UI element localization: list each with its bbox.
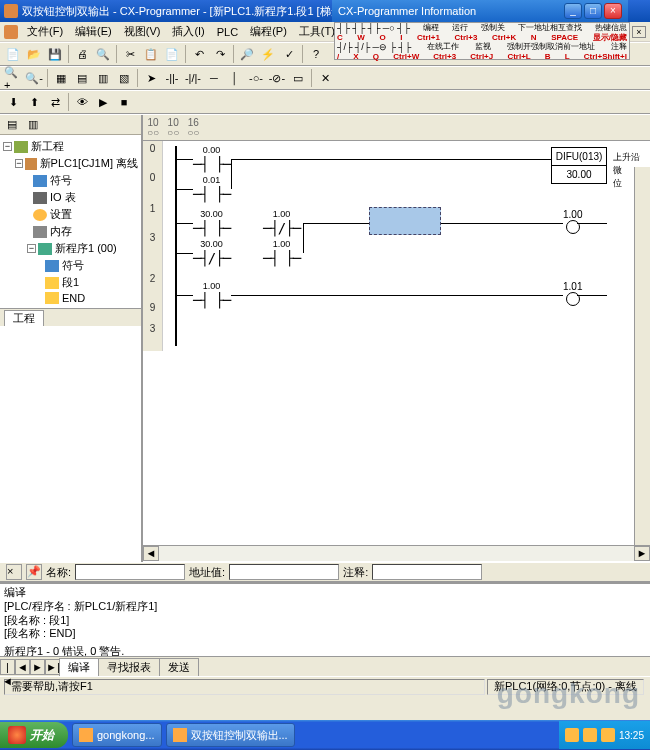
project-tree[interactable]: −新工程 −新PLC1[CJ1M] 离线 符号 IO 表 设置 内存 −新程序1… bbox=[0, 135, 141, 308]
comment-input[interactable] bbox=[372, 564, 482, 580]
coil-not-button[interactable]: -⊘- bbox=[267, 68, 287, 88]
minimize-button[interactable]: _ bbox=[564, 3, 582, 19]
tree-io[interactable]: IO 表 bbox=[50, 190, 76, 205]
menu-plc[interactable]: PLC bbox=[212, 24, 243, 40]
cut-button[interactable]: ✂ bbox=[120, 44, 140, 64]
save-button[interactable]: 💾 bbox=[45, 44, 65, 64]
tree-tab-project[interactable]: 工程 bbox=[4, 310, 44, 326]
tree-symbols[interactable]: 符号 bbox=[50, 173, 72, 188]
menu-tools[interactable]: 工具(T) bbox=[294, 22, 340, 41]
menu-file[interactable]: 文件(F) bbox=[22, 22, 68, 41]
output-tab-next[interactable]: ► bbox=[30, 659, 45, 675]
tray-icon[interactable] bbox=[565, 728, 579, 742]
cursor-button[interactable]: ➤ bbox=[141, 68, 161, 88]
output-content[interactable]: 编译 [PLC/程序名 : 新PLC1/新程序1] [段名称 : 段1] [段名… bbox=[0, 584, 650, 656]
output-tab-find[interactable]: 寻找报表 bbox=[98, 658, 160, 676]
tree-program[interactable]: 新程序1 (00) bbox=[55, 241, 117, 256]
view2-button[interactable]: ▥ bbox=[93, 68, 113, 88]
tree-memory[interactable]: 内存 bbox=[50, 224, 72, 239]
contact-1.00-r2[interactable]: 1.00─┤ ├─ bbox=[193, 281, 230, 308]
contact-1.00-nc-a[interactable]: 1.00─┤/├─ bbox=[263, 209, 300, 236]
compare-button[interactable]: ⇄ bbox=[45, 92, 65, 112]
tree-plc[interactable]: 新PLC1[CJ1M] 离线 bbox=[40, 156, 138, 171]
zoom-out-button[interactable]: 🔍- bbox=[24, 68, 44, 88]
delete-button[interactable]: ✕ bbox=[315, 68, 335, 88]
tree-view2-button[interactable]: ▥ bbox=[24, 117, 42, 133]
rung-0-header[interactable]: 00 bbox=[143, 141, 163, 201]
tree-settings[interactable]: 设置 bbox=[50, 207, 72, 222]
menu-view[interactable]: 视图(V) bbox=[119, 22, 166, 41]
tree-toggle-root[interactable]: − bbox=[3, 142, 12, 151]
coil-1.00[interactable]: 1.00 bbox=[563, 209, 582, 234]
fields-close-button[interactable]: × bbox=[6, 564, 22, 580]
contact-nc-button[interactable]: -|/|- bbox=[183, 68, 203, 88]
output-tab-compile[interactable]: 编译 bbox=[59, 658, 99, 676]
rung-1-header[interactable]: 13 bbox=[143, 201, 163, 271]
contact-30.00-nc[interactable]: 30.00─┤/├─ bbox=[193, 239, 230, 266]
print-button[interactable]: 🖨 bbox=[72, 44, 92, 64]
maximize-button[interactable]: □ bbox=[584, 3, 602, 19]
contact-30.00-a[interactable]: 30.00─┤ ├─ bbox=[193, 209, 230, 236]
fields-pin-button[interactable]: 📌 bbox=[26, 564, 42, 580]
tree-prog-symbols[interactable]: 符号 bbox=[62, 258, 84, 273]
output-tab-transfer[interactable]: 发送 bbox=[159, 658, 199, 676]
rung-3-header[interactable]: 3 bbox=[143, 321, 163, 351]
task-item-2[interactable]: 双按钮控制双输出... bbox=[166, 723, 295, 747]
tree-end[interactable]: END bbox=[62, 292, 85, 304]
grid-button[interactable]: ▦ bbox=[51, 68, 71, 88]
systray[interactable]: 13:25 bbox=[559, 721, 650, 749]
function-button[interactable]: ▭ bbox=[288, 68, 308, 88]
view1-button[interactable]: ▤ bbox=[72, 68, 92, 88]
rung-2-header[interactable]: 29 bbox=[143, 271, 163, 321]
compile-button[interactable]: ✓ bbox=[279, 44, 299, 64]
hline-button[interactable]: ─ bbox=[204, 68, 224, 88]
tray-icon[interactable] bbox=[601, 728, 615, 742]
zoom-in-button[interactable]: 🔍+ bbox=[3, 68, 23, 88]
paste-button[interactable]: 📄 bbox=[162, 44, 182, 64]
stop-button[interactable]: ■ bbox=[114, 92, 134, 112]
coil-1.01[interactable]: 1.01 bbox=[563, 281, 582, 306]
hscroll-right[interactable]: ► bbox=[634, 546, 650, 561]
selection-box[interactable] bbox=[369, 207, 441, 235]
start-button[interactable]: 开始 bbox=[0, 722, 68, 748]
ladder-diagram[interactable]: 00 13 29 3 0.00─┤ ├─ 0.01─┤ ├─ DIFU(013)… bbox=[143, 141, 650, 561]
addr-input[interactable] bbox=[229, 564, 339, 580]
open-button[interactable]: 📂 bbox=[24, 44, 44, 64]
tree-root[interactable]: 新工程 bbox=[31, 139, 64, 154]
vline-button[interactable]: │ bbox=[225, 68, 245, 88]
ladder-vscroll[interactable] bbox=[634, 167, 650, 545]
tree-section[interactable]: 段1 bbox=[62, 275, 79, 290]
preview-button[interactable]: 🔍 bbox=[93, 44, 113, 64]
menu-insert[interactable]: 插入(I) bbox=[167, 22, 209, 41]
new-button[interactable]: 📄 bbox=[3, 44, 23, 64]
undo-button[interactable]: ↶ bbox=[189, 44, 209, 64]
name-input[interactable] bbox=[75, 564, 185, 580]
close-button[interactable]: × bbox=[604, 3, 622, 19]
output-tab-last[interactable]: ►| bbox=[45, 659, 60, 675]
contact-0.01[interactable]: 0.01─┤ ├─ bbox=[193, 175, 230, 202]
tray-icon[interactable] bbox=[583, 728, 597, 742]
transfer-to-button[interactable]: ⬇ bbox=[3, 92, 23, 112]
output-tab-prev[interactable]: ◄ bbox=[15, 659, 30, 675]
contact-1.00-b[interactable]: 1.00─┤ ├─ bbox=[263, 239, 300, 266]
task-item-1[interactable]: gongkong... bbox=[72, 723, 162, 747]
redo-button[interactable]: ↷ bbox=[210, 44, 230, 64]
help-button[interactable]: ? bbox=[306, 44, 326, 64]
menu-edit[interactable]: 编辑(E) bbox=[70, 22, 117, 41]
monitor-button[interactable]: 👁 bbox=[72, 92, 92, 112]
function-difu[interactable]: DIFU(013) 30.00 bbox=[551, 147, 607, 184]
transfer-from-button[interactable]: ⬆ bbox=[24, 92, 44, 112]
coil-button[interactable]: -○- bbox=[246, 68, 266, 88]
tree-view1-button[interactable]: ▤ bbox=[3, 117, 21, 133]
find-button[interactable]: 🔎 bbox=[237, 44, 257, 64]
hscroll-left[interactable]: ◄ bbox=[143, 546, 159, 561]
menu-program[interactable]: 编程(P) bbox=[245, 22, 292, 41]
ladder-hscroll[interactable]: ◄ ► bbox=[143, 545, 650, 561]
mdi-close-button[interactable]: × bbox=[632, 26, 646, 38]
output-tab-first[interactable]: |◄ bbox=[0, 659, 15, 675]
contact-no-button[interactable]: -||- bbox=[162, 68, 182, 88]
run-button[interactable]: ▶ bbox=[93, 92, 113, 112]
contact-0.00[interactable]: 0.00─┤ ├─ bbox=[193, 145, 230, 172]
tree-toggle-plc[interactable]: − bbox=[15, 159, 23, 168]
copy-button[interactable]: 📋 bbox=[141, 44, 161, 64]
